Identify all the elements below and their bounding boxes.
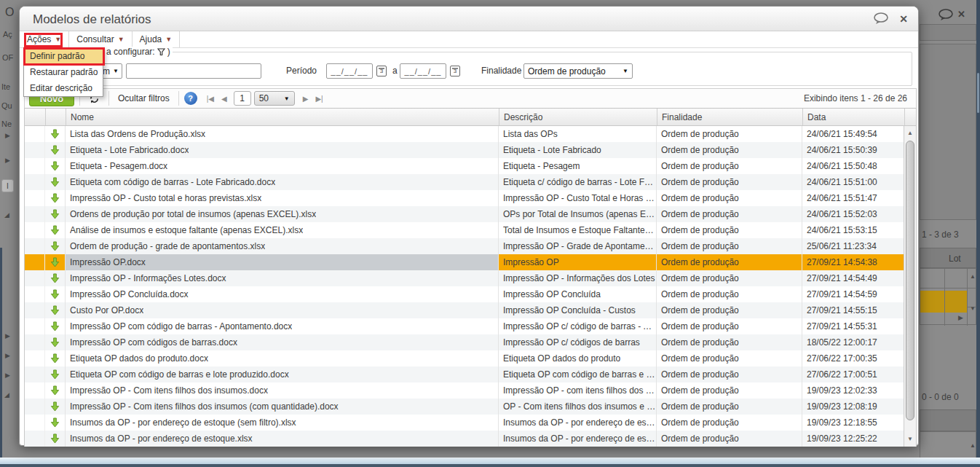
cell-finalidade[interactable]: Ordem de produção: [657, 399, 802, 415]
cell-data[interactable]: 24/06/21 15:50:48: [802, 158, 904, 174]
row-selector-cell[interactable]: [25, 399, 45, 415]
cell-finalidade[interactable]: Ordem de produção: [657, 415, 802, 431]
row-download-cell[interactable]: [45, 190, 66, 206]
row-selector-cell[interactable]: [25, 366, 45, 382]
row-download-cell[interactable]: [45, 222, 66, 238]
row-download-cell[interactable]: [45, 431, 66, 447]
cell-nome[interactable]: Ordens de produção por total de insumos …: [66, 206, 499, 222]
cell-nome[interactable]: Impressão OP - Custo total e horas previ…: [66, 190, 499, 206]
table-row[interactable]: Insumos da OP - por endereço de estoque …: [25, 415, 904, 431]
cell-descricao[interactable]: Etiqueta c/ código de barras - Lote Fabr…: [499, 174, 657, 190]
table-row[interactable]: Impressão OP.docxImpressão OPOrdem de pr…: [25, 254, 904, 270]
cell-descricao[interactable]: Impressão OP - Informações dos Lotes: [499, 270, 657, 286]
row-download-cell[interactable]: [45, 286, 66, 302]
table-row[interactable]: Custo Por OP.docxImpressão OP Concluída …: [25, 302, 904, 318]
row-download-cell[interactable]: [45, 334, 66, 350]
scroll-up-icon[interactable]: ▲: [905, 127, 915, 139]
cell-descricao[interactable]: Insumos da OP - por endereço de estoque …: [499, 415, 657, 431]
cell-descricao[interactable]: Etiqueta OP dados do produto: [499, 350, 657, 366]
cell-data[interactable]: 27/09/21 14:54:59: [802, 286, 904, 302]
row-selector-cell[interactable]: [25, 286, 45, 302]
cell-nome[interactable]: Etiqueta com código de barras - Lote Fab…: [66, 174, 499, 190]
calendar-icon[interactable]: 3: [450, 66, 460, 76]
row-selector-cell[interactable]: [25, 254, 45, 270]
cell-finalidade[interactable]: Ordem de produção: [657, 318, 802, 334]
table-row[interactable]: Insumos da OP - por endereço de estoque.…: [25, 431, 904, 447]
cell-descricao[interactable]: Impressão OP - Grade de Apontamentos: [499, 238, 657, 254]
cell-nome[interactable]: Impressão OP.docx: [66, 254, 499, 270]
row-download-cell[interactable]: [45, 126, 66, 142]
column-header-icon[interactable]: [45, 109, 66, 125]
menu-ajuda[interactable]: Ajuda ▼: [133, 31, 181, 47]
column-header-data[interactable]: Data: [802, 109, 904, 125]
hide-filters-button[interactable]: Ocultar filtros: [114, 92, 173, 105]
cell-descricao[interactable]: Impressão OP Concluída: [499, 286, 657, 302]
cell-descricao[interactable]: Impressão OP c/ código de barras - Apont…: [499, 318, 657, 334]
cell-descricao[interactable]: Impressão OP - Custo Total e Horas Previ…: [499, 190, 657, 206]
row-selector-cell[interactable]: [25, 238, 45, 254]
cell-data[interactable]: 27/06/22 17:00:35: [802, 350, 904, 366]
cell-nome[interactable]: Impressão OP - Com itens filhos dos insu…: [66, 399, 499, 415]
table-row[interactable]: Ordens de produção por total de insumos …: [25, 206, 904, 222]
cell-nome[interactable]: Impressão OP com códigos de barras.docx: [66, 334, 499, 350]
column-header-descricao[interactable]: Descrição: [499, 109, 657, 125]
cell-finalidade[interactable]: Ordem de produção: [657, 254, 802, 270]
cell-nome[interactable]: Ordem de produção - grade de apontamento…: [66, 238, 499, 254]
table-row[interactable]: Impressão OP - Custo total e horas previ…: [25, 190, 904, 206]
cell-descricao[interactable]: Impressão OP - com itens filhos dos insu…: [499, 382, 657, 399]
cell-finalidade[interactable]: Ordem de produção: [657, 222, 802, 238]
table-scrollbar[interactable]: ▲ ▼: [904, 126, 917, 447]
cell-data[interactable]: 19/09/23 12:18:55: [802, 415, 904, 431]
cell-finalidade[interactable]: Ordem de produção: [657, 126, 802, 142]
page-size-select[interactable]: 50 ▼: [254, 91, 295, 106]
cell-finalidade[interactable]: Ordem de produção: [657, 334, 802, 350]
cell-descricao[interactable]: Insumos da OP - por endereço de estoque: [499, 431, 657, 447]
last-page-button[interactable]: ▶|: [312, 95, 326, 103]
row-selector-cell[interactable]: [25, 302, 45, 318]
row-selector-cell[interactable]: [25, 350, 45, 366]
row-selector-cell[interactable]: [25, 222, 45, 238]
cell-finalidade[interactable]: Ordem de produção: [657, 142, 802, 158]
cell-nome[interactable]: Insumos da OP - por endereço de estoque.…: [66, 431, 499, 447]
cell-descricao[interactable]: Etiqueta - Pesagem: [499, 158, 657, 174]
table-row[interactable]: Impressão OP com código de barras - Apon…: [25, 318, 904, 334]
cell-data[interactable]: 24/06/21 15:49:54: [802, 126, 904, 142]
cell-data[interactable]: 19/09/23 12:02:33: [802, 382, 904, 399]
table-row[interactable]: Etiqueta OP com código de barras e lote …: [25, 366, 904, 382]
row-download-cell[interactable]: [45, 158, 66, 174]
cell-data[interactable]: 19/09/23 12:25:22: [802, 431, 904, 447]
column-header-blank[interactable]: [25, 109, 45, 125]
row-selector-cell[interactable]: [25, 382, 45, 399]
menu-item-restaurar-padrao[interactable]: Restaurar padrão: [24, 64, 103, 80]
row-selector-cell[interactable]: [25, 270, 45, 286]
cell-finalidade[interactable]: Ordem de produção: [657, 431, 802, 447]
cell-descricao[interactable]: Total de Insumos e Estoque Faltante (ape…: [499, 222, 657, 238]
row-selector-cell[interactable]: [25, 158, 45, 174]
menu-item-editar-descricao[interactable]: Editar descrição: [24, 80, 103, 96]
cell-nome[interactable]: Impressão OP Concluída.docx: [66, 286, 499, 302]
row-selector-cell[interactable]: [25, 334, 45, 350]
cell-finalidade[interactable]: Ordem de produção: [657, 302, 802, 318]
row-selector-cell[interactable]: [25, 206, 45, 222]
next-page-button[interactable]: ▶: [299, 95, 312, 103]
cell-descricao[interactable]: Etiqueta OP com código de barras e lote …: [499, 366, 657, 382]
menu-acoes[interactable]: Ações ▼: [20, 31, 69, 47]
row-selector-cell[interactable]: [25, 431, 45, 447]
table-row[interactable]: Impressão OP com códigos de barras.docxI…: [25, 334, 904, 350]
table-row[interactable]: Ordem de produção - grade de apontamento…: [25, 238, 904, 254]
prev-page-button[interactable]: ◀: [218, 95, 231, 103]
cell-data[interactable]: 24/06/21 15:52:03: [802, 206, 904, 222]
cell-nome[interactable]: Etiqueta OP com código de barras e lote …: [66, 366, 499, 382]
calendar-icon[interactable]: 3: [376, 66, 387, 76]
cell-data[interactable]: 27/09/21 14:55:31: [802, 318, 904, 334]
cell-nome[interactable]: Etiqueta - Pesagem.docx: [66, 158, 499, 174]
row-selector-cell[interactable]: [25, 142, 45, 158]
row-download-cell[interactable]: [45, 206, 66, 222]
row-download-cell[interactable]: [45, 399, 66, 415]
cell-data[interactable]: 27/06/22 17:00:51: [802, 366, 904, 382]
cell-data[interactable]: 18/05/22 12:00:17: [802, 334, 904, 350]
column-header-finalidade[interactable]: Finalidade: [657, 109, 802, 125]
menu-item-definir-padrao[interactable]: Definir padrão: [24, 48, 103, 64]
cell-descricao[interactable]: Lista das OPs: [499, 126, 657, 142]
row-selector-cell[interactable]: [25, 415, 45, 431]
